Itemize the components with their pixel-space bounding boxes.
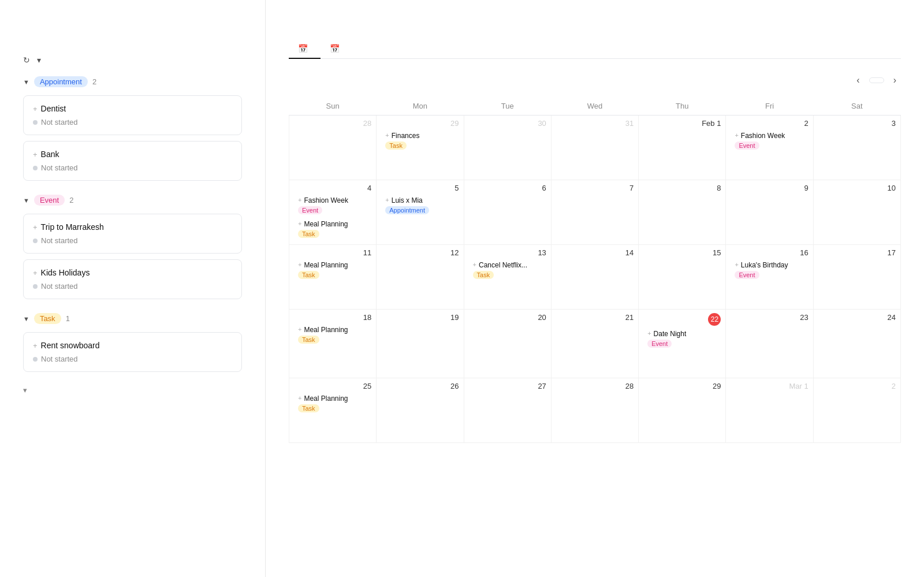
cell-content <box>643 259 721 306</box>
prev-month-button[interactable]: ‹ <box>852 73 864 88</box>
plus-icon: + <box>298 394 301 401</box>
calendar-cell[interactable]: 25 + Meal Planning Task <box>289 378 377 443</box>
day-number: 24 <box>818 313 896 322</box>
next-month-button[interactable]: › <box>889 73 901 88</box>
calendar-event[interactable]: + Cancel Netflix... Task <box>469 259 546 281</box>
calendar-cell[interactable]: Feb 1 <box>639 116 726 180</box>
calendar-event[interactable]: + Fashion Week Event <box>731 130 808 151</box>
calendar-cell[interactable]: 6 <box>464 180 551 245</box>
calendar-cell[interactable]: 15 <box>639 245 726 310</box>
status-dot <box>33 166 38 170</box>
plus-icon: + <box>473 261 476 268</box>
task-title: Kids Holidays <box>41 268 90 277</box>
event-name: Meal Planning <box>304 220 348 228</box>
group-header-appointment[interactable]: ▼ Appointment 2 <box>23 76 242 87</box>
tab-this-week[interactable]: 📅 <box>321 39 352 59</box>
day-number: Feb 1 <box>643 119 721 128</box>
calendar-cell[interactable]: 27 <box>464 378 551 443</box>
calendar-cell[interactable]: 23 <box>726 310 813 378</box>
calendar-cell[interactable]: 2 + Fashion Week Event <box>726 116 813 180</box>
day-number: 7 <box>556 184 634 192</box>
plus-icon: + <box>298 261 301 268</box>
group-header-task[interactable]: ▼ Task 1 <box>23 313 242 324</box>
calendar-event[interactable]: + Fashion Week Event <box>294 195 371 216</box>
status-dot <box>33 120 38 125</box>
calendar-week-row: 2829 + Finances Task 3031Feb 12 + Fashio… <box>289 116 901 180</box>
group-badge: Appointment <box>34 76 88 87</box>
event-title: + Date Night <box>647 330 717 338</box>
cell-content <box>731 324 808 370</box>
cell-content: + Luka's Birthday Event <box>731 259 808 306</box>
calendar-cell[interactable]: 24 <box>813 310 900 378</box>
event-tag: Task <box>298 336 319 344</box>
calendar-cell[interactable]: 13 + Cancel Netflix... Task <box>464 245 551 310</box>
day-number: 14 <box>556 248 634 257</box>
calendar-cell[interactable]: 20 <box>464 310 551 378</box>
calendar-event[interactable]: + Meal Planning Task <box>294 324 371 345</box>
event-name: Finances <box>392 132 420 140</box>
tab-this-month[interactable]: 📅 <box>289 39 321 59</box>
calendar-cell[interactable]: 12 <box>377 245 464 310</box>
day-number: 4 <box>294 184 371 192</box>
cell-content <box>818 393 896 439</box>
calendar-event[interactable]: + Meal Planning Task <box>294 393 371 414</box>
cell-content <box>643 393 721 439</box>
calendar-event[interactable]: + Date Night Event <box>643 328 721 349</box>
calendar-cell[interactable]: 5 + Luis x Mia Appointment <box>377 180 464 245</box>
calendar-tabs: 📅 📅 <box>289 39 901 59</box>
calendar-cell[interactable]: 8 <box>639 180 726 245</box>
day-number: 23 <box>731 313 808 322</box>
event-name: Meal Planning <box>304 394 348 403</box>
event-name: Luis x Mia <box>392 196 423 204</box>
calendar-cell[interactable]: 7 <box>551 180 638 245</box>
day-number: 29 <box>381 119 459 128</box>
calendar-cell[interactable]: 26 <box>377 378 464 443</box>
calendar-event[interactable]: + Luka's Birthday Event <box>731 259 808 281</box>
calendar-cell[interactable]: 14 <box>551 245 638 310</box>
calendar-event[interactable]: + Luis x Mia Appointment <box>381 195 459 216</box>
calendar-cell[interactable]: 10 <box>813 180 900 245</box>
calendar-cell[interactable]: 21 <box>551 310 638 378</box>
calendar-cell[interactable]: 28 <box>551 378 638 443</box>
event-title: + Fashion Week <box>298 196 367 204</box>
calendar-cell[interactable]: 11 + Meal Planning Task <box>289 245 377 310</box>
triangle-icon: ▼ <box>23 79 29 85</box>
event-tag: Event <box>735 142 759 150</box>
calendar-cell[interactable]: 18 + Meal Planning Task <box>289 310 377 378</box>
day-number: 28 <box>556 382 634 390</box>
event-name: Cancel Netflix... <box>479 261 527 269</box>
calendar-cell[interactable]: 29 <box>639 378 726 443</box>
calendar-cell[interactable]: 2 <box>813 378 900 443</box>
group-count: 2 <box>69 196 73 204</box>
calendar-event[interactable]: + Meal Planning Task <box>294 259 371 281</box>
calendar-cell[interactable]: 31 <box>551 116 638 180</box>
day-header-thu: Thu <box>639 97 726 116</box>
calendar-event[interactable]: + Meal Planning Task <box>294 218 371 240</box>
cell-content <box>818 130 896 176</box>
group-header-event[interactable]: ▼ Event 2 <box>23 195 242 206</box>
calendar-cell[interactable]: 30 <box>464 116 551 180</box>
calendar-event[interactable]: + Finances Task <box>381 130 459 151</box>
calendar-cell[interactable]: 29 + Finances Task <box>377 116 464 180</box>
schedule-header[interactable]: ↻ ▾ <box>23 55 242 65</box>
day-number: 25 <box>294 382 371 390</box>
day-number: 9 <box>731 184 808 192</box>
calendar-cell[interactable]: Mar 1 <box>726 378 813 443</box>
event-title: + Luka's Birthday <box>735 261 804 269</box>
calendar-cell[interactable]: 28 <box>289 116 377 180</box>
calendar-cell[interactable]: 3 <box>813 116 900 180</box>
today-button[interactable] <box>869 77 884 83</box>
calendar-cell[interactable]: 19 <box>377 310 464 378</box>
nav-controls: ‹ › <box>852 73 901 88</box>
task-status: Not started <box>33 118 232 126</box>
hidden-group[interactable]: ▾ <box>23 386 242 394</box>
calendar-cell[interactable]: 17 <box>813 245 900 310</box>
calendar-cell[interactable]: 9 <box>726 180 813 245</box>
status-dot <box>33 239 38 243</box>
calendar-cell[interactable]: 22 + Date Night Event <box>639 310 726 378</box>
task-card: + Rent snowboard Not started <box>23 332 242 372</box>
calendar-cell[interactable]: 4 + Fashion Week Event + Meal Planning T… <box>289 180 377 245</box>
left-panel: ↻ ▾ ▼ Appointment 2 + Dentist Not starte… <box>0 0 266 577</box>
calendar-cell[interactable]: 16 + Luka's Birthday Event <box>726 245 813 310</box>
day-number: 5 <box>381 184 459 192</box>
